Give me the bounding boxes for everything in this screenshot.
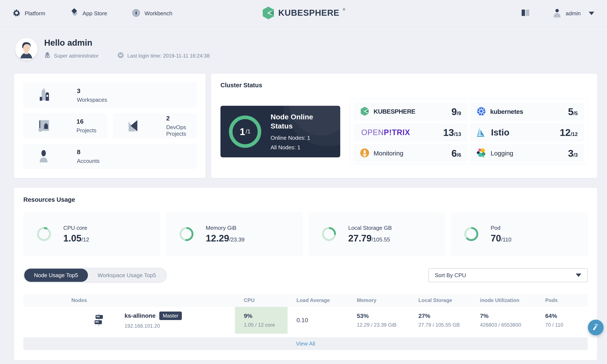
view-all-link[interactable]: View All bbox=[296, 340, 315, 347]
node-online-donut: 1 /1 bbox=[229, 116, 261, 148]
tab-workspace-usage-top5[interactable]: Workspace Usage Top5 bbox=[88, 269, 166, 282]
kubesphere-logo-icon bbox=[262, 6, 275, 20]
online-nodes-line: Online Nodes: 1 bbox=[271, 135, 330, 141]
node-ip: 192.168.101.20 bbox=[124, 323, 182, 329]
component-openpitrix: OPENP!TRIX 13/13 bbox=[354, 123, 467, 142]
table-row[interactable]: ks-allinone Master 192.168.101.20 9% 1.0… bbox=[23, 307, 588, 334]
nav-workbench[interactable]: Workbench bbox=[132, 9, 172, 18]
stat-workspaces[interactable]: 3 Workspaces bbox=[23, 83, 197, 108]
usage-cpu: CPU core 1.05/12 bbox=[23, 212, 160, 256]
welcome-section: Hello admin Super administrator Last log… bbox=[15, 38, 593, 60]
component-kubernetes: kubernetes 5/5 bbox=[470, 103, 584, 121]
stat-projects-label: Projects bbox=[77, 127, 96, 134]
memory-ring bbox=[180, 227, 194, 241]
kubesphere-logo[interactable]: KUBESPHERE ® bbox=[262, 6, 345, 20]
col-nodes: Nodes bbox=[23, 294, 235, 307]
chevron-down-icon bbox=[576, 273, 581, 277]
page-title: Hello admin bbox=[44, 38, 210, 47]
stat-workspaces-label: Workspaces bbox=[77, 97, 107, 103]
node-usage-table: Nodes CPU Load Average Memory Local Stor… bbox=[23, 294, 588, 350]
cell-inode-utilization: 7% 426803 / 6553600 bbox=[471, 307, 536, 334]
stat-devops-label: DevOps Projects bbox=[166, 124, 197, 137]
usage-memory-value: 12.29 bbox=[206, 233, 229, 243]
table-footer: View All bbox=[23, 337, 588, 350]
user-name: admin bbox=[566, 10, 581, 17]
component-kubesphere: KUBESPHERE 9/9 bbox=[354, 103, 467, 121]
node-online-ring-value: 1 bbox=[240, 126, 245, 137]
table-header: Nodes CPU Load Average Memory Local Stor… bbox=[23, 294, 588, 307]
usage-cpu-total: /12 bbox=[82, 236, 89, 243]
component-istio-name: Istio bbox=[491, 127, 509, 138]
last-login-label: Last login time: 2019-11-11 16:24:38 bbox=[127, 53, 209, 59]
kubesphere-logo-text: KUBESPHERE bbox=[278, 8, 339, 18]
tab-node-usage-top5[interactable]: Node Usage Top5 bbox=[24, 269, 88, 282]
user-role-label: Super administrator bbox=[54, 53, 98, 59]
user-menu[interactable]: admin bbox=[553, 9, 594, 18]
nav-platform[interactable]: Platform bbox=[13, 9, 45, 18]
component-istio: Istio 12/12 bbox=[470, 123, 584, 142]
nav-app-store-label: App Store bbox=[83, 10, 107, 17]
chevron-down-icon bbox=[589, 12, 594, 15]
usage-storage-label: Local Storage GB bbox=[348, 225, 392, 231]
gear-icon bbox=[13, 9, 20, 18]
stat-devops-value: 2 bbox=[166, 115, 197, 122]
stat-accounts-value: 8 bbox=[77, 148, 100, 156]
usage-memory-total: /23.39 bbox=[229, 236, 245, 243]
kubesphere-icon bbox=[360, 107, 369, 117]
col-pods: Pods bbox=[536, 294, 588, 307]
cpu-ring bbox=[37, 227, 51, 241]
docs-book-icon[interactable] bbox=[521, 9, 530, 18]
pod-ring bbox=[464, 227, 478, 241]
cell-pods: 64% 70 / 110 bbox=[536, 307, 588, 334]
node-name: ks-allinone bbox=[124, 312, 155, 319]
openpitrix-logo: OPENP!TRIX bbox=[364, 128, 410, 137]
last-login: Last login time: 2019-11-11 16:24:38 bbox=[117, 52, 209, 60]
registered-mark: ® bbox=[343, 8, 345, 12]
nav-workbench-label: Workbench bbox=[144, 10, 172, 17]
col-load-average: Load Average bbox=[288, 294, 348, 307]
usage-pod: Pod 70/110 bbox=[451, 212, 588, 256]
app-store-icon bbox=[70, 9, 78, 18]
component-logging-count: 3/3 bbox=[568, 148, 578, 159]
monitoring-prometheus-icon bbox=[360, 148, 369, 158]
devops-icon bbox=[128, 119, 141, 133]
cluster-status-card: Cluster Status 1 /1 Node Online Status O… bbox=[211, 74, 597, 178]
component-istio-count: 12/12 bbox=[560, 127, 578, 138]
sort-by-dropdown[interactable]: Sort By CPU bbox=[428, 268, 588, 282]
top-nav: Platform App Store Workbench bbox=[13, 9, 172, 18]
stat-devops[interactable]: 2 DevOps Projects bbox=[113, 113, 197, 139]
cell-local-storage: 27% 27.79 / 105.55 GB bbox=[410, 307, 471, 334]
node-online-title: Node Online Status bbox=[271, 112, 330, 130]
workspaces-icon bbox=[38, 88, 52, 103]
stat-workspaces-value: 3 bbox=[77, 87, 107, 94]
usage-pod-label: Pod bbox=[491, 225, 511, 231]
stat-projects[interactable]: 16 Projects bbox=[23, 113, 107, 139]
master-badge: Master bbox=[159, 312, 181, 320]
hammer-icon bbox=[592, 323, 600, 332]
stat-accounts[interactable]: 8 Accounts bbox=[23, 144, 197, 169]
cell-memory: 53% 12.29 / 23.39 GiB bbox=[348, 307, 410, 334]
storage-ring bbox=[322, 227, 336, 241]
cluster-status-title: Cluster Status bbox=[220, 82, 588, 89]
nav-app-store[interactable]: App Store bbox=[70, 9, 107, 18]
usage-storage-value: 27.79 bbox=[348, 233, 372, 243]
cell-cpu: 9% 1.05 / 12 core bbox=[235, 307, 288, 334]
component-kubesphere-count: 9/9 bbox=[451, 106, 461, 117]
all-nodes-line: All Nodes: 1 bbox=[271, 144, 330, 151]
component-kubernetes-count: 5/5 bbox=[568, 106, 578, 117]
component-kubernetes-name: kubernetes bbox=[490, 108, 523, 115]
usage-pod-total: /110 bbox=[501, 236, 511, 243]
usage-memory-label: Memory GiB bbox=[206, 225, 245, 231]
server-icon bbox=[92, 313, 106, 327]
usage-tabs: Node Usage Top5 Workspace Usage Top5 bbox=[23, 268, 167, 283]
usage-cpu-label: CPU core bbox=[63, 225, 89, 231]
usage-pod-value: 70 bbox=[491, 233, 501, 243]
role-icon bbox=[44, 52, 51, 60]
gauge-icon bbox=[132, 9, 140, 18]
istio-icon bbox=[477, 127, 485, 138]
sort-by-value: Sort By CPU bbox=[435, 272, 466, 279]
toolbox-fab[interactable] bbox=[588, 320, 604, 335]
welcome-text: Hello admin Super administrator Last log… bbox=[44, 38, 210, 60]
stats-card: 3 Workspaces 16 Projects 2 bbox=[14, 74, 206, 178]
user-icon bbox=[553, 9, 561, 18]
